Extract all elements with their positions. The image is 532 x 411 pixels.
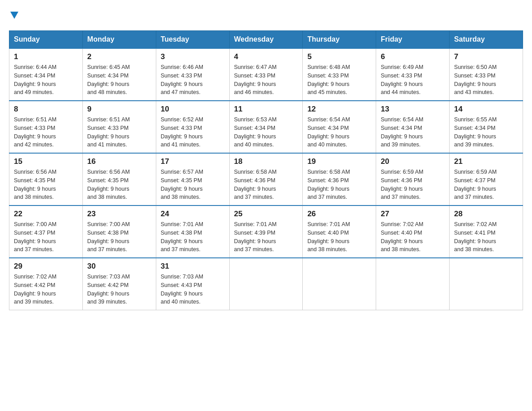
day-number: 9 <box>87 105 151 114</box>
day-number: 28 <box>454 210 518 218</box>
day-info: Sunrise: 7:02 AM Sunset: 4:40 PM Dayligh… <box>381 220 445 254</box>
day-cell: 4 Sunrise: 6:47 AM Sunset: 4:33 PM Dayli… <box>229 48 303 101</box>
day-cell: 1 Sunrise: 6:44 AM Sunset: 4:34 PM Dayli… <box>9 48 83 101</box>
day-cell: 3 Sunrise: 6:46 AM Sunset: 4:33 PM Dayli… <box>156 48 229 101</box>
day-info: Sunrise: 7:01 AM Sunset: 4:38 PM Dayligh… <box>161 220 225 254</box>
day-number: 1 <box>14 52 78 61</box>
day-cell: 2 Sunrise: 6:45 AM Sunset: 4:34 PM Dayli… <box>82 48 156 101</box>
day-info: Sunrise: 6:54 AM Sunset: 4:34 PM Dayligh… <box>381 116 445 149</box>
day-info: Sunrise: 7:03 AM Sunset: 4:43 PM Dayligh… <box>161 273 225 306</box>
day-number: 18 <box>234 157 298 166</box>
day-cell: 20 Sunrise: 6:59 AM Sunset: 4:36 PM Dayl… <box>376 153 450 206</box>
day-info: Sunrise: 6:56 AM Sunset: 4:35 PM Dayligh… <box>14 168 78 201</box>
day-cell: 15 Sunrise: 6:56 AM Sunset: 4:35 PM Dayl… <box>9 153 83 206</box>
day-cell: 8 Sunrise: 6:51 AM Sunset: 4:33 PM Dayli… <box>9 101 83 153</box>
day-info: Sunrise: 6:44 AM Sunset: 4:34 PM Dayligh… <box>14 63 78 97</box>
day-info: Sunrise: 6:56 AM Sunset: 4:35 PM Dayligh… <box>87 168 151 201</box>
day-number: 23 <box>87 210 151 218</box>
day-info: Sunrise: 7:00 AM Sunset: 4:38 PM Dayligh… <box>87 220 151 254</box>
day-info: Sunrise: 6:58 AM Sunset: 4:36 PM Dayligh… <box>307 168 371 201</box>
day-cell <box>376 258 450 310</box>
day-cell: 28 Sunrise: 7:02 AM Sunset: 4:41 PM Dayl… <box>450 206 523 258</box>
day-cell: 25 Sunrise: 7:01 AM Sunset: 4:39 PM Dayl… <box>229 206 303 258</box>
day-number: 26 <box>307 210 371 218</box>
week-row-2: 8 Sunrise: 6:51 AM Sunset: 4:33 PM Dayli… <box>9 101 523 153</box>
weekday-header-friday: Friday <box>376 31 450 49</box>
day-cell: 7 Sunrise: 6:50 AM Sunset: 4:33 PM Dayli… <box>450 48 523 101</box>
weekday-header-wednesday: Wednesday <box>229 31 303 49</box>
day-info: Sunrise: 6:58 AM Sunset: 4:36 PM Dayligh… <box>234 168 298 201</box>
week-row-5: 29 Sunrise: 7:02 AM Sunset: 4:42 PM Dayl… <box>9 258 523 310</box>
calendar-table: SundayMondayTuesdayWednesdayThursdayFrid… <box>9 30 523 310</box>
day-cell: 6 Sunrise: 6:49 AM Sunset: 4:33 PM Dayli… <box>376 48 450 101</box>
day-number: 17 <box>161 157 225 166</box>
day-number: 11 <box>234 105 298 114</box>
day-cell: 19 Sunrise: 6:58 AM Sunset: 4:36 PM Dayl… <box>303 153 376 206</box>
day-cell: 22 Sunrise: 7:00 AM Sunset: 4:37 PM Dayl… <box>9 206 83 258</box>
day-cell: 16 Sunrise: 6:56 AM Sunset: 4:35 PM Dayl… <box>82 153 156 206</box>
day-info: Sunrise: 6:53 AM Sunset: 4:34 PM Dayligh… <box>234 116 298 149</box>
svg-marker-0 <box>10 12 18 19</box>
day-number: 16 <box>87 157 151 166</box>
day-info: Sunrise: 6:47 AM Sunset: 4:33 PM Dayligh… <box>234 63 298 97</box>
day-info: Sunrise: 6:59 AM Sunset: 4:37 PM Dayligh… <box>454 168 518 201</box>
day-cell: 29 Sunrise: 7:02 AM Sunset: 4:42 PM Dayl… <box>9 258 83 310</box>
day-number: 21 <box>454 157 518 166</box>
day-info: Sunrise: 6:52 AM Sunset: 4:33 PM Dayligh… <box>161 116 225 149</box>
day-cell: 10 Sunrise: 6:52 AM Sunset: 4:33 PM Dayl… <box>156 101 229 153</box>
day-info: Sunrise: 6:54 AM Sunset: 4:34 PM Dayligh… <box>307 116 371 149</box>
week-row-1: 1 Sunrise: 6:44 AM Sunset: 4:34 PM Dayli… <box>9 48 523 101</box>
weekday-header-thursday: Thursday <box>303 31 376 49</box>
day-number: 24 <box>161 210 225 218</box>
weekday-header-row: SundayMondayTuesdayWednesdayThursdayFrid… <box>9 31 523 49</box>
day-info: Sunrise: 7:03 AM Sunset: 4:42 PM Dayligh… <box>87 273 151 306</box>
day-info: Sunrise: 7:02 AM Sunset: 4:41 PM Dayligh… <box>454 220 518 254</box>
day-cell: 30 Sunrise: 7:03 AM Sunset: 4:42 PM Dayl… <box>82 258 156 310</box>
day-cell: 5 Sunrise: 6:48 AM Sunset: 4:33 PM Dayli… <box>303 48 376 101</box>
day-number: 8 <box>14 105 78 114</box>
day-info: Sunrise: 6:51 AM Sunset: 4:33 PM Dayligh… <box>14 116 78 149</box>
day-cell: 11 Sunrise: 6:53 AM Sunset: 4:34 PM Dayl… <box>229 101 303 153</box>
weekday-header-sunday: Sunday <box>9 31 83 49</box>
day-cell: 17 Sunrise: 6:57 AM Sunset: 4:35 PM Dayl… <box>156 153 229 206</box>
day-cell <box>303 258 376 310</box>
day-cell: 31 Sunrise: 7:03 AM Sunset: 4:43 PM Dayl… <box>156 258 229 310</box>
day-cell: 26 Sunrise: 7:01 AM Sunset: 4:40 PM Dayl… <box>303 206 376 258</box>
day-cell: 12 Sunrise: 6:54 AM Sunset: 4:34 PM Dayl… <box>303 101 376 153</box>
week-row-3: 15 Sunrise: 6:56 AM Sunset: 4:35 PM Dayl… <box>9 153 523 206</box>
day-info: Sunrise: 6:49 AM Sunset: 4:33 PM Dayligh… <box>381 63 445 97</box>
day-info: Sunrise: 7:01 AM Sunset: 4:40 PM Dayligh… <box>307 220 371 254</box>
day-number: 19 <box>307 157 371 166</box>
day-number: 31 <box>161 262 225 271</box>
weekday-header-saturday: Saturday <box>450 31 523 49</box>
day-cell: 13 Sunrise: 6:54 AM Sunset: 4:34 PM Dayl… <box>376 101 450 153</box>
day-number: 14 <box>454 105 518 114</box>
day-cell: 27 Sunrise: 7:02 AM Sunset: 4:40 PM Dayl… <box>376 206 450 258</box>
day-number: 25 <box>234 210 298 218</box>
day-number: 27 <box>381 210 445 218</box>
day-number: 3 <box>161 52 225 61</box>
day-info: Sunrise: 6:51 AM Sunset: 4:33 PM Dayligh… <box>87 116 151 149</box>
day-number: 4 <box>234 52 298 61</box>
day-number: 12 <box>307 105 371 114</box>
day-number: 22 <box>14 210 78 218</box>
day-info: Sunrise: 6:48 AM Sunset: 4:33 PM Dayligh… <box>307 63 371 97</box>
day-info: Sunrise: 6:46 AM Sunset: 4:33 PM Dayligh… <box>161 63 225 97</box>
day-info: Sunrise: 6:45 AM Sunset: 4:34 PM Dayligh… <box>87 63 151 97</box>
day-info: Sunrise: 6:50 AM Sunset: 4:33 PM Dayligh… <box>454 63 518 97</box>
day-number: 15 <box>14 157 78 166</box>
day-number: 20 <box>381 157 445 166</box>
day-cell: 18 Sunrise: 6:58 AM Sunset: 4:36 PM Dayl… <box>229 153 303 206</box>
day-info: Sunrise: 7:00 AM Sunset: 4:37 PM Dayligh… <box>14 220 78 254</box>
day-cell: 23 Sunrise: 7:00 AM Sunset: 4:38 PM Dayl… <box>82 206 156 258</box>
weekday-header-tuesday: Tuesday <box>156 31 229 49</box>
day-info: Sunrise: 6:55 AM Sunset: 4:34 PM Dayligh… <box>454 116 518 149</box>
week-row-4: 22 Sunrise: 7:00 AM Sunset: 4:37 PM Dayl… <box>9 206 523 258</box>
day-number: 30 <box>87 262 151 271</box>
day-cell: 24 Sunrise: 7:01 AM Sunset: 4:38 PM Dayl… <box>156 206 229 258</box>
day-cell: 21 Sunrise: 6:59 AM Sunset: 4:37 PM Dayl… <box>450 153 523 206</box>
logo <box>9 9 18 21</box>
day-info: Sunrise: 7:02 AM Sunset: 4:42 PM Dayligh… <box>14 273 78 306</box>
day-number: 13 <box>381 105 445 114</box>
logo-arrow-icon <box>10 12 18 21</box>
